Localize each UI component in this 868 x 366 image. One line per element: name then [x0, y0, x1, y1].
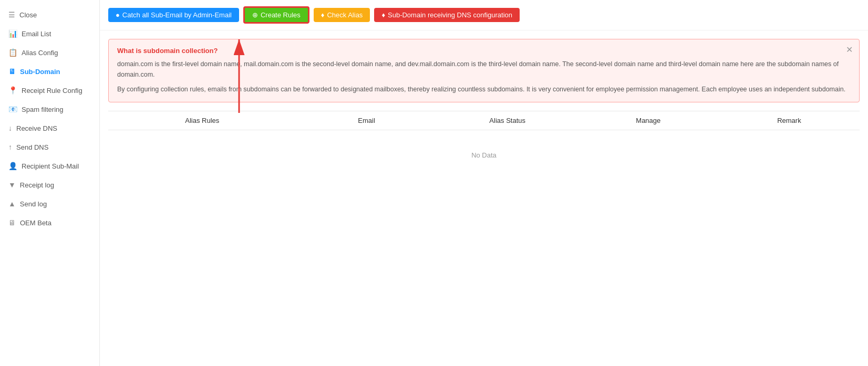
create-rules-label: Create Rules [261, 11, 301, 19]
sub-domain-icon: 🖥 [8, 67, 16, 76]
main-content: ● Catch all Sub-Email by Admin-Email ⊕ C… [100, 0, 868, 366]
alias-table: Alias Rules Email Alias Status Manage Re… [108, 111, 860, 180]
sidebar-item-receipt-rule-config[interactable]: 📍 Receipt Rule Config [0, 81, 99, 100]
send-dns-icon: ↑ [8, 143, 12, 151]
sidebar-item-sub-domain[interactable]: 🖥 Sub-Domain [0, 62, 99, 81]
sidebar-item-close[interactable]: ☰ Close [0, 5, 99, 24]
sidebar-item-spam-filtering[interactable]: 📧 Spam filtering [0, 100, 99, 119]
receipt-rule-config-icon: 📍 [8, 86, 17, 95]
sidebar-item-recipient-sub-mail[interactable]: 👤 Recipient Sub-Mail [0, 156, 99, 175]
col-remark: Remark [719, 117, 860, 124]
info-box-paragraph-2: By configuring collection rules, emails … [117, 84, 851, 95]
sidebar-label-receipt-log: Receipt log [20, 181, 54, 189]
sidebar-label-email-list: Email List [22, 30, 51, 38]
table-header: Alias Rules Email Alias Status Manage Re… [108, 111, 860, 130]
col-alias-status: Alias Status [437, 117, 578, 124]
sidebar-label-recipient-sub-mail: Recipient Sub-Mail [22, 162, 79, 170]
receipt-log-icon: ▼ [8, 181, 16, 189]
sidebar-label-close: Close [19, 11, 37, 19]
sub-domain-dns-button[interactable]: ♦ Sub-Domain receiving DNS configuration [374, 8, 520, 22]
send-log-icon: ▲ [8, 200, 16, 208]
sidebar-label-send-log: Send log [20, 200, 47, 208]
toolbar: ● Catch all Sub-Email by Admin-Email ⊕ C… [100, 0, 868, 30]
col-alias-rules: Alias Rules [108, 117, 296, 124]
receive-dns-icon: ↓ [8, 124, 12, 132]
check-alias-button[interactable]: ♦ Check Alias [314, 8, 370, 22]
catch-all-icon: ● [116, 11, 120, 19]
sidebar: ☰ Close 📊 Email List 📋 Alias Config 🖥 Su… [0, 0, 100, 366]
sidebar-label-alias-config: Alias Config [22, 49, 58, 57]
sidebar-item-alias-config[interactable]: 📋 Alias Config [0, 43, 99, 62]
sub-domain-dns-icon: ♦ [381, 11, 385, 19]
create-rules-button[interactable]: ⊕ Create Rules [243, 6, 309, 24]
info-box-title: What is subdomain collection? [117, 47, 851, 55]
info-box-paragraph-1: domain.com is the first-level domain nam… [117, 59, 851, 80]
info-box: What is subdomain collection? domain.com… [108, 39, 860, 102]
email-list-icon: 📊 [8, 29, 17, 38]
check-alias-label: Check Alias [327, 11, 363, 19]
sidebar-item-send-dns[interactable]: ↑ Send DNS [0, 138, 99, 156]
sidebar-label-oem-beta: OEM Beta [20, 219, 51, 227]
sidebar-label-receive-dns: Receive DNS [16, 124, 57, 132]
oem-beta-icon: 🖥 [8, 218, 16, 227]
sidebar-label-spam-filtering: Spam filtering [22, 106, 63, 113]
sidebar-item-oem-beta[interactable]: 🖥 OEM Beta [0, 213, 99, 232]
sidebar-item-send-log[interactable]: ▲ Send log [0, 194, 99, 213]
catch-all-button[interactable]: ● Catch all Sub-Email by Admin-Email [108, 8, 239, 22]
spam-filtering-icon: 📧 [8, 105, 17, 113]
alias-config-icon: 📋 [8, 48, 17, 57]
sidebar-item-receipt-log[interactable]: ▼ Receipt log [0, 175, 99, 194]
info-box-close-button[interactable]: ✕ [846, 45, 853, 55]
catch-all-label: Catch all Sub-Email by Admin-Email [122, 11, 232, 19]
close-icon: ☰ [8, 11, 15, 19]
table-empty-message: No Data [108, 130, 860, 180]
col-manage: Manage [578, 117, 719, 124]
sidebar-label-send-dns: Send DNS [16, 143, 48, 151]
col-email: Email [296, 117, 437, 124]
recipient-sub-mail-icon: 👤 [8, 162, 17, 170]
create-rules-icon: ⊕ [252, 11, 258, 19]
sub-domain-dns-label: Sub-Domain receiving DNS configuration [388, 11, 512, 19]
sidebar-item-receive-dns[interactable]: ↓ Receive DNS [0, 119, 99, 138]
sidebar-label-sub-domain: Sub-Domain [20, 68, 60, 76]
sidebar-label-receipt-rule-config: Receipt Rule Config [22, 87, 82, 95]
sidebar-item-email-list[interactable]: 📊 Email List [0, 24, 99, 43]
check-alias-icon: ♦ [321, 11, 325, 19]
